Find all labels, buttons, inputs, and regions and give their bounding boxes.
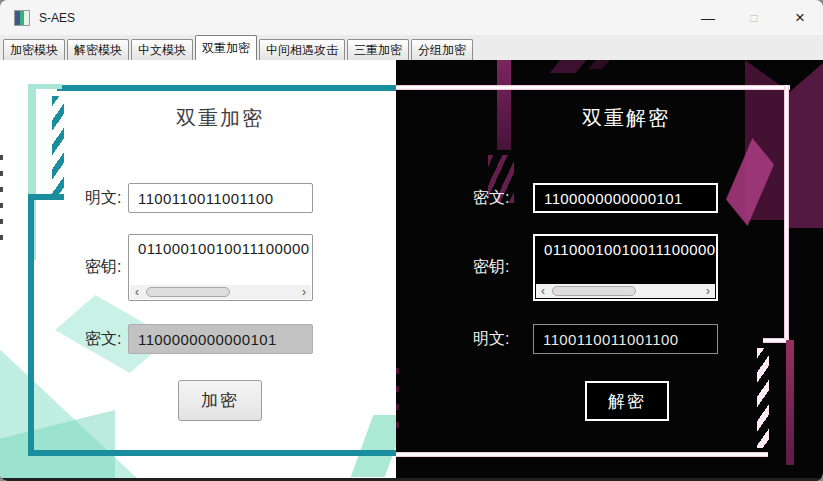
app-window: S-AES — □ × 加密模块 解密模块 中文模块 双重加密 中间相遇攻击 三… — [0, 0, 823, 481]
decrypt-key-label: 密钥: — [473, 234, 509, 301]
key-scrollbar[interactable]: ‹ › — [130, 285, 311, 299]
decrypt-heading: 双重解密 — [450, 105, 802, 132]
key-textarea[interactable]: 01100010010011100000 ‹ › — [128, 234, 313, 301]
tab-encryption-module[interactable]: 加密模块 — [3, 39, 65, 60]
decor-mint-horizontal — [28, 84, 62, 89]
decor-mint-shape-low — [0, 410, 115, 481]
ciphertext-output: 1100000000000101 — [128, 324, 313, 354]
decor-pink-dashes — [757, 348, 769, 448]
decor-mint-parallelogram — [351, 415, 396, 477]
key-label: 密钥: — [85, 234, 121, 301]
scrollbar-thumb[interactable] — [146, 287, 230, 297]
key-textarea-text: 01100010010011100000 — [129, 240, 312, 257]
tab-content: 双重加密 明文: 1100110011001100 密钥: 0110001001… — [0, 60, 823, 481]
tab-decryption-module[interactable]: 解密模块 — [67, 39, 129, 60]
tab-triple-encryption[interactable]: 三重加密 — [347, 39, 409, 60]
decor-teal-bottom-line — [28, 450, 396, 456]
decor-teal-top-line — [57, 85, 396, 91]
decrypt-key-textarea[interactable]: 01100010010011100000 ‹ › — [533, 234, 718, 301]
decor-left-edge-ticks — [0, 155, 3, 250]
window-title: S-AES — [39, 11, 75, 25]
decor-magenta-small-2 — [588, 60, 610, 69]
decor-right-edge-ticks — [396, 368, 399, 440]
decrypt-key-textarea-text: 01100010010011100000 — [535, 241, 716, 258]
encrypt-heading: 双重加密 — [44, 105, 396, 132]
decrypt-ciphertext-input[interactable]: 1100000000000101 — [533, 183, 718, 213]
decor-mint-vertical — [28, 84, 36, 260]
minimize-button[interactable]: — — [685, 0, 731, 35]
decrypt-plaintext-label: 明文: — [473, 324, 509, 354]
decor-magenta-right-bar — [786, 340, 794, 465]
tab-chinese-module[interactable]: 中文模块 — [131, 39, 193, 60]
tab-bar: 加密模块 解密模块 中文模块 双重加密 中间相遇攻击 三重加密 分组加密 — [0, 35, 823, 60]
encrypt-button[interactable]: 加密 — [178, 380, 262, 421]
decor-pink-top-line — [396, 85, 790, 90]
decrypt-button[interactable]: 解密 — [585, 381, 669, 421]
scroll-left-icon[interactable]: ‹ — [130, 285, 144, 299]
decor-purple-band-1 — [745, 60, 785, 220]
decor-pink-bottom-line — [396, 452, 768, 457]
decor-pink-jog — [763, 338, 789, 343]
tab-block-encryption[interactable]: 分组加密 — [411, 39, 473, 60]
maximize-button[interactable]: □ — [731, 0, 777, 35]
decrypt-key-scrollbar[interactable]: ‹ › — [536, 284, 715, 298]
titlebar: S-AES — □ × — [0, 0, 823, 35]
scrollbar-thumb[interactable] — [552, 286, 636, 296]
decrypt-plaintext-output: 1100110011001100 — [533, 324, 718, 354]
app-icon — [14, 10, 30, 26]
ciphertext-label: 密文: — [85, 324, 121, 354]
decor-magenta-diamond — [726, 138, 774, 226]
window-controls: — □ × — [685, 0, 823, 35]
decrypt-panel: 双重解密 密文: 1100000000000101 密钥: 0110001001… — [396, 60, 823, 481]
decor-teal-vertical-line — [28, 194, 34, 456]
tab-meet-in-middle-attack[interactable]: 中间相遇攻击 — [259, 39, 345, 60]
decor-mint-triangle-large — [0, 340, 140, 481]
decor-purple-band-2 — [785, 63, 823, 228]
decor-magenta-small-1 — [550, 60, 587, 73]
plaintext-input[interactable]: 1100110011001100 — [128, 183, 313, 213]
scroll-right-icon[interactable]: › — [701, 284, 715, 298]
decrypt-ciphertext-label: 密文: — [473, 183, 509, 213]
tab-double-encryption[interactable]: 双重加密 — [195, 35, 257, 60]
scroll-left-icon[interactable]: ‹ — [536, 284, 550, 298]
scroll-right-icon[interactable]: › — [297, 285, 311, 299]
decor-teal-zigzag — [28, 194, 64, 200]
encrypt-panel: 双重加密 明文: 1100110011001100 密钥: 0110001001… — [0, 60, 396, 481]
close-button[interactable]: × — [777, 0, 823, 35]
plaintext-label: 明文: — [85, 183, 121, 213]
